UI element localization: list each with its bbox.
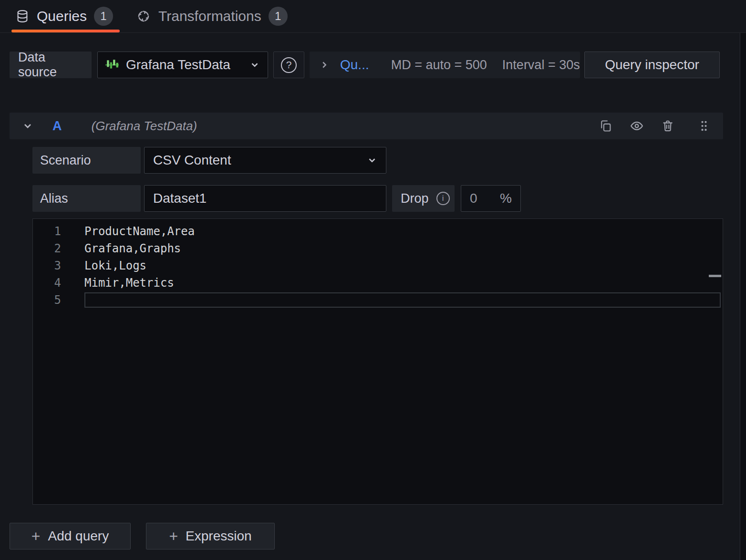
line-text: Grafana,Graphs [84,242,181,255]
interval-summary: Interval = 30s [502,58,580,73]
line-number: 4 [33,276,61,290]
toggle-visibility-eye-icon[interactable] [630,119,644,133]
max-data-points-summary: MD = auto = 500 [391,58,487,73]
line-text [84,292,721,308]
drop-label-text: Drop [401,191,429,206]
datasource-label: Data source [10,52,92,78]
query-datasource-hint: (Grafana TestData) [92,119,197,134]
query-ref-id[interactable]: A [52,119,62,134]
query-footer-actions: + Add query + Expression [10,523,733,550]
delete-query-trash-icon[interactable] [661,119,674,133]
query-inspector-button[interactable]: Query inspector [584,52,720,78]
overview-ruler-cursor-mark [709,275,721,277]
expression-button[interactable]: + Expression [146,523,275,550]
query-editor-row: A (Grafana TestData) [10,113,723,505]
chevron-right-icon[interactable] [319,60,330,70]
transform-cycle-icon [136,9,151,24]
tab-transformations[interactable]: Transformations 1 [132,0,294,32]
drop-percent-value: 0 [470,191,477,206]
tab-transformations-label: Transformations [158,8,261,24]
line-text: Mimir,Metrics [84,276,174,290]
scenario-value: CSV Content [153,153,367,168]
info-icon[interactable]: i [436,192,450,205]
query-row-header[interactable]: A (Grafana TestData) [10,113,723,139]
plus-icon: + [169,529,178,544]
collapse-chevron-icon[interactable] [22,120,33,132]
add-query-label: Add query [48,529,109,544]
help-icon: ? [281,57,297,73]
percent-unit-label: % [500,191,512,206]
scenario-select[interactable]: CSV Content [144,147,386,174]
line-text: ProductName,Area [84,225,195,238]
add-query-button[interactable]: + Add query [10,523,131,550]
code-line-current[interactable]: 5 [33,291,723,309]
editor-tab-bar: Queries 1 Transformations 1 [0,0,746,33]
csv-content-code-editor[interactable]: 1 ProductName,Area 2 Grafana,Graphs 3 Lo… [32,218,723,505]
query-options-summary: Qu... MD = auto = 500 Interval = 30s [310,52,580,78]
query-toolbar: Data source Grafana TestData ? [10,52,733,78]
query-row-actions [599,119,711,133]
alias-label: Alias [32,185,141,212]
code-line: 3 Loki,Logs [33,257,723,274]
line-number: 5 [33,293,61,307]
code-line: 2 Grafana,Graphs [33,240,723,257]
alias-value: Dataset1 [153,191,207,206]
chevron-down-icon [249,60,260,70]
drop-percent-input[interactable]: 0 % [461,185,521,212]
line-number: 3 [33,259,61,272]
code-line: 1 ProductName,Area [33,223,723,240]
query-options-link[interactable]: Qu... [340,57,369,73]
datasource-help-button[interactable]: ? [273,52,304,78]
line-text: Loki,Logs [84,259,146,272]
tab-queries[interactable]: Queries 1 [11,0,120,32]
datasource-name: Grafana TestData [126,57,242,73]
drop-label: Drop i [392,185,455,212]
code-line: 4 Mimir,Metrics [33,274,723,291]
queries-count-badge: 1 [94,7,113,26]
chevron-down-icon [367,155,377,166]
datasource-picker[interactable]: Grafana TestData [97,52,268,78]
transformations-count-badge: 1 [269,7,288,26]
alias-input[interactable]: Dataset1 [144,185,386,212]
line-number: 1 [33,225,61,238]
drag-handle-icon[interactable] [697,119,711,133]
tab-queries-label: Queries [37,8,87,24]
line-number: 2 [33,242,61,255]
expression-label: Expression [186,529,252,544]
database-icon [15,9,30,23]
duplicate-query-icon[interactable] [599,119,612,133]
pane-splitter[interactable] [740,33,746,560]
plus-icon: + [31,529,41,544]
testdata-datasource-icon [105,58,119,72]
scenario-label: Scenario [32,147,141,174]
